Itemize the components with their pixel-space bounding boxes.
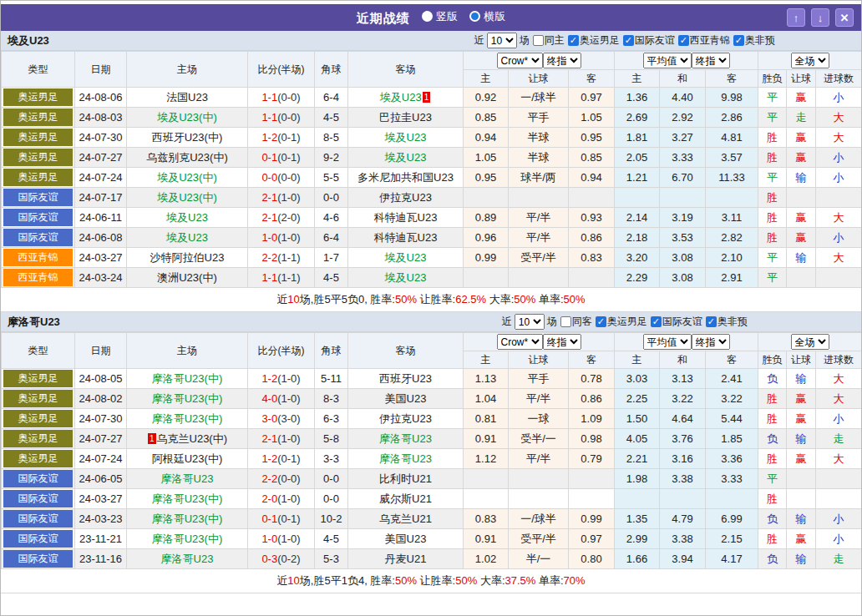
away-team: 埃及U231: [348, 88, 464, 108]
checkbox-checked-icon[interactable]: ✓: [733, 35, 744, 46]
home-team: 沙特阿拉伯U23: [127, 248, 248, 268]
summary-text: 单率:: [535, 293, 563, 305]
fulltime-score: 4-0: [261, 392, 277, 405]
avg-home-odds: 2.18: [615, 228, 660, 248]
layout-radio-vertical[interactable]: 竖版: [422, 9, 458, 24]
col-type: 类型: [2, 333, 75, 369]
competition-filter[interactable]: ✓奥非预: [730, 33, 775, 48]
match-type-badge: 奥运男足: [3, 410, 73, 427]
corner-count: 0-0: [315, 469, 348, 489]
checkbox-checked-icon[interactable]: ✓: [651, 316, 662, 327]
avg-home-odds: 2.25: [615, 389, 660, 409]
handicap-home-odds: [464, 188, 509, 208]
radio-checked-icon[interactable]: [469, 11, 480, 22]
handicap-home-odds: 1.02: [464, 549, 509, 569]
summary-row: 近10场,胜5平1负4, 胜率:50% 让胜率:50% 大率:37.5% 单率:…: [1, 569, 861, 593]
fulltime-select[interactable]: 全场: [791, 53, 829, 68]
corner-count: 6-4: [315, 88, 348, 108]
result-winloss: 胜: [758, 128, 787, 148]
checkbox-checked-icon[interactable]: ✓: [596, 316, 606, 327]
move-up-button[interactable]: ↑: [787, 8, 805, 27]
handicap-home-odds: 1.05: [464, 148, 509, 168]
handicap-away-odds: [569, 489, 615, 509]
col-avg-away: 客: [706, 70, 758, 88]
bookmaker-select[interactable]: Crow*: [497, 334, 543, 350]
match-type-cell: 奥运男足: [2, 409, 75, 429]
same-venue-checkbox[interactable]: [533, 35, 544, 46]
close-button[interactable]: ✕: [835, 8, 854, 27]
avg-draw-odds: 3.08: [660, 248, 706, 268]
handicap-away-odds: 0.80: [569, 549, 615, 569]
competition-filter[interactable]: ✓奥非预: [702, 315, 748, 329]
match-type-cell: 奥运男足: [2, 369, 75, 389]
home-team-name: 摩洛哥U23(中): [152, 533, 223, 545]
final-odds-select[interactable]: 终指: [543, 334, 581, 350]
table-body: 奥运男足24-08-05摩洛哥U23(中)1-2(1-0)5-11西班牙U231…: [2, 369, 862, 569]
avg-draw-odds: 3.08: [660, 268, 706, 288]
avg-draw-odds: 3.38: [660, 469, 706, 489]
away-team: 埃及U23: [348, 128, 464, 148]
fulltime-select[interactable]: 全场: [791, 334, 829, 350]
handicap-home-odds: [464, 469, 509, 489]
avg-home-odds: 1.35: [615, 509, 660, 529]
halftime-score: (2-0): [277, 211, 300, 224]
summary-text: 大率:: [477, 574, 505, 587]
handicap-home-odds: 0.85: [464, 108, 509, 128]
competition-filter[interactable]: ✓国际友谊: [620, 33, 675, 48]
corner-count: 6-3: [315, 409, 348, 429]
competition-filter[interactable]: ✓国际友谊: [647, 315, 702, 329]
final-odds-select-2[interactable]: 终指: [692, 53, 730, 68]
match-count-select[interactable]: 10: [487, 33, 517, 48]
result-goals: 大: [816, 248, 862, 268]
checkbox-checked-icon[interactable]: ✓: [706, 316, 717, 327]
match-date: 24-07-24: [75, 449, 127, 469]
competition-filter[interactable]: ✓奥运男足: [565, 33, 620, 48]
home-team-name: 摩洛哥U23(中): [152, 412, 223, 425]
handicap-home-odds: 1.04: [464, 389, 509, 409]
final-odds-select-2[interactable]: 终指: [692, 334, 730, 350]
halftime-score: (1-1): [277, 271, 300, 284]
match-row: 奥运男足24-08-02摩洛哥U23(中)4-0(1-0)8-3美国U231.0…: [2, 389, 862, 409]
avg-away-odds: 3.36: [706, 449, 758, 469]
summary-value: 50%: [395, 574, 417, 587]
checkbox-checked-icon[interactable]: ✓: [568, 35, 579, 46]
summary-text: 单率:: [535, 574, 563, 587]
result-winloss: 平: [758, 268, 787, 288]
handicap-line: [509, 489, 569, 509]
match-type-cell: 国际友谊: [2, 228, 75, 248]
match-type-cell: 奥运男足: [2, 389, 75, 409]
match-type-badge: 国际友谊: [3, 209, 73, 226]
score-cell: 2-0(1-0): [248, 489, 315, 509]
checkbox-checked-icon[interactable]: ✓: [623, 35, 634, 46]
result-winloss: 平: [758, 108, 787, 128]
bookmaker-select[interactable]: Crow*: [497, 53, 543, 68]
summary-value: 10: [287, 293, 299, 305]
same-venue-checkbox[interactable]: [560, 316, 571, 327]
average-select[interactable]: 平均值: [643, 53, 692, 68]
result-winloss: 胜: [758, 208, 787, 228]
result-winloss: 负: [758, 369, 787, 389]
competition-filter[interactable]: ✓西亚青锦: [675, 33, 730, 48]
home-team: 埃及U23: [127, 208, 248, 228]
avg-away-odds: 5.44: [706, 409, 758, 429]
competition-filter[interactable]: ✓奥运男足: [592, 315, 647, 329]
avg-draw-odds: 3.19: [660, 208, 706, 228]
match-count-select[interactable]: 10: [515, 314, 545, 330]
score-cell: 2-2(0-0): [248, 469, 315, 489]
average-select[interactable]: 平均值: [643, 334, 692, 350]
checkbox-checked-icon[interactable]: ✓: [678, 35, 689, 46]
score-cell: 1-1(1-1): [248, 268, 315, 288]
corner-count: 5-3: [315, 549, 348, 569]
fulltime-select-cell: 全场: [758, 333, 862, 351]
home-team-name: 摩洛哥U23(中): [152, 512, 223, 525]
radio-unchecked-icon[interactable]: [422, 11, 433, 22]
result-handicap: 赢: [787, 409, 816, 429]
move-down-button[interactable]: ↓: [811, 8, 829, 27]
col-hcap-home: 主: [464, 351, 509, 369]
final-odds-select[interactable]: 终指: [543, 53, 581, 68]
layout-radio-horizontal[interactable]: 横版: [469, 9, 505, 24]
handicap-line: 半/一: [509, 549, 569, 569]
match-date: 24-07-30: [75, 409, 127, 429]
avg-away-odds: 11.33: [706, 168, 758, 188]
home-team: 摩洛哥U23: [127, 549, 248, 569]
